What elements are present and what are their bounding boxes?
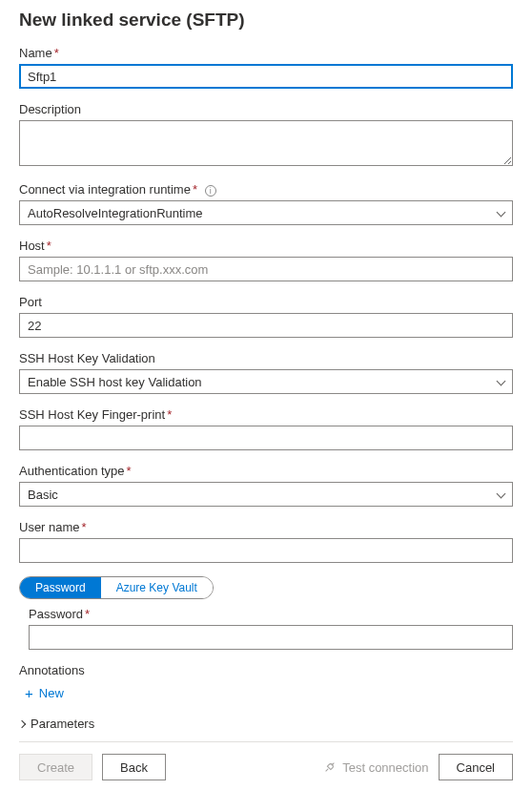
username-label: User name*	[19, 520, 513, 534]
page-title: New linked service (SFTP)	[19, 10, 513, 31]
port-label: Port	[19, 295, 513, 309]
chevron-down-icon	[498, 373, 504, 387]
integration-runtime-label: Connect via integration runtime* i	[19, 182, 513, 197]
required-indicator: *	[54, 46, 59, 60]
ssh-fingerprint-input[interactable]	[19, 426, 513, 450]
test-connection-button: Test connection	[323, 760, 428, 775]
parameters-section-toggle[interactable]: Parameters	[19, 711, 94, 737]
password-label: Password*	[29, 607, 513, 621]
add-annotation-button[interactable]: + New	[19, 681, 70, 705]
integration-runtime-select[interactable]: AutoResolveIntegrationRuntime	[19, 200, 513, 225]
name-label: Name*	[19, 46, 513, 60]
plus-icon: +	[25, 685, 33, 701]
footer: Create Back Test connection Cancel	[19, 741, 513, 790]
port-input[interactable]	[19, 313, 513, 338]
auth-type-select[interactable]: Basic	[19, 482, 513, 507]
password-source-tabs: Password Azure Key Vault	[19, 576, 214, 599]
host-input[interactable]	[19, 257, 513, 281]
chevron-down-icon	[498, 204, 504, 218]
description-input[interactable]	[19, 120, 513, 166]
plug-icon	[323, 760, 337, 774]
chevron-right-icon	[19, 719, 26, 727]
ssh-validation-label: SSH Host Key Validation	[19, 351, 513, 365]
chevron-down-icon	[498, 486, 504, 500]
info-icon[interactable]: i	[205, 185, 216, 197]
back-button[interactable]: Back	[102, 754, 166, 780]
tab-azure-key-vault[interactable]: Azure Key Vault	[101, 577, 213, 598]
description-label: Description	[19, 102, 513, 116]
host-label: Host*	[19, 239, 513, 253]
password-input[interactable]	[29, 625, 513, 650]
annotations-label: Annotations	[19, 663, 513, 677]
ssh-fingerprint-label: SSH Host Key Finger-print*	[19, 407, 513, 422]
ssh-validation-select[interactable]: Enable SSH host key Validation	[19, 369, 513, 394]
tab-password[interactable]: Password	[20, 577, 101, 598]
username-input[interactable]	[19, 538, 513, 563]
cancel-button[interactable]: Cancel	[439, 754, 513, 780]
name-input[interactable]	[19, 64, 513, 89]
auth-type-label: Authentication type*	[19, 464, 513, 478]
create-button: Create	[19, 754, 92, 780]
